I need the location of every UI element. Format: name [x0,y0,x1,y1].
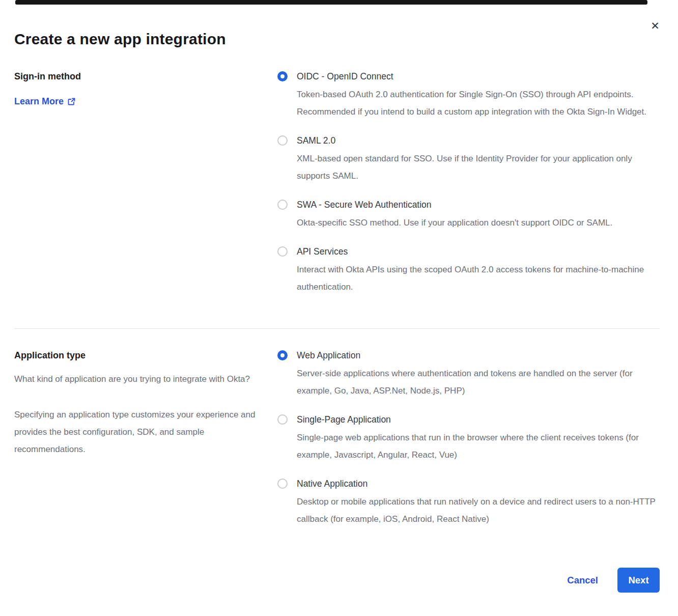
option-swa-title: SWA - Secure Web Authentication [297,199,612,211]
application-type-section: Application type What kind of applicatio… [14,349,660,528]
option-swa-description: Okta-specific SSO method. Use if your ap… [297,214,612,232]
option-native-application: Native Application Desktop or mobile app… [277,478,660,528]
learn-more-link[interactable]: Learn More [14,96,75,107]
close-icon[interactable]: ✕ [648,19,662,33]
external-link-icon [68,98,75,105]
next-button[interactable]: Next [617,568,660,593]
option-native-application-description: Desktop or mobile applications that run … [297,493,660,528]
radio-api-services[interactable] [277,246,288,257]
application-type-label: Application type [14,349,262,361]
option-single-page-application: Single-Page Application Single-page web … [277,413,660,464]
option-web-application-title: Web Application [297,349,660,361]
sign-in-method-label: Sign-in method [14,70,262,82]
option-single-page-application-description: Single-page web applications that run in… [297,429,660,464]
option-saml: SAML 2.0 XML-based open standard for SSO… [277,134,660,185]
option-web-application: Web Application Server-side applications… [277,349,660,400]
option-api-services-description: Interact with Okta APIs using the scoped… [297,261,660,296]
option-api-services-title: API Services [297,245,660,258]
radio-single-page-application[interactable] [277,414,288,425]
create-app-integration-modal: ✕ Create a new app integration Sign-in m… [0,0,678,616]
option-oidc: OIDC - OpenID Connect Token-based OAuth … [277,70,660,121]
radio-oidc[interactable] [277,71,288,81]
option-api-services: API Services Interact with Okta APIs usi… [277,245,660,296]
option-native-application-title: Native Application [297,478,660,490]
option-swa: SWA - Secure Web Authentication Okta-spe… [277,199,660,232]
application-type-intro-1: What kind of application are you trying … [14,371,259,388]
cancel-button[interactable]: Cancel [567,575,598,586]
window-edge-bar [15,0,647,5]
section-divider [14,328,660,329]
application-type-options: Web Application Server-side applications… [277,349,660,528]
application-type-intro-2: Specifying an application type customize… [14,406,259,458]
option-saml-title: SAML 2.0 [297,134,660,147]
radio-saml[interactable] [277,135,288,146]
page-title: Create a new app integration [14,0,660,48]
sign-in-method-left-column: Sign-in method Learn More [14,70,277,107]
option-oidc-title: OIDC - OpenID Connect [297,70,660,82]
option-oidc-description: Token-based OAuth 2.0 authentication for… [297,86,660,121]
radio-web-application[interactable] [277,350,288,360]
sign-in-method-options: OIDC - OpenID Connect Token-based OAuth … [277,70,660,296]
radio-native-application[interactable] [277,479,288,489]
application-type-left-column: Application type What kind of applicatio… [14,349,277,458]
option-web-application-description: Server-side applications where authentic… [297,365,660,400]
modal-footer: Cancel Next [567,568,660,593]
option-saml-description: XML-based open standard for SSO. Use if … [297,150,660,185]
option-single-page-application-title: Single-Page Application [297,413,660,426]
radio-swa[interactable] [277,200,288,210]
sign-in-method-section: Sign-in method Learn More OIDC - OpenID … [14,70,660,296]
learn-more-label: Learn More [14,96,64,107]
